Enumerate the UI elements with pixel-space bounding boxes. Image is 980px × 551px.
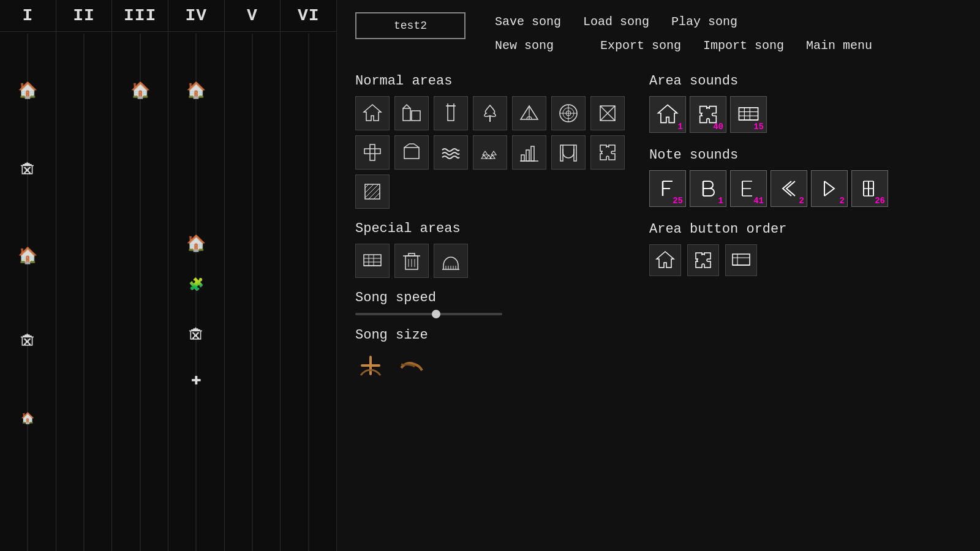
area-icon-pagoda[interactable]: [473, 135, 507, 170]
track-column-1: I 🏠 🏚 🏠 🏚 🏠: [0, 0, 56, 551]
note-sound-1[interactable]: 25: [649, 170, 686, 207]
menu-buttons: Save song Load song Play song New song E…: [490, 12, 877, 55]
track-item[interactable]: 🏚: [188, 326, 204, 345]
track-item[interactable]: 🧩: [189, 277, 204, 292]
area-sound-badge-2: 40: [713, 122, 723, 131]
track-item[interactable]: 🏠: [186, 81, 206, 100]
area-sounds-row: 1 40 15: [649, 96, 962, 133]
note-sound-4[interactable]: 2: [771, 170, 807, 207]
special-areas-title: Special areas: [355, 221, 625, 236]
note-sound-badge-2: 1: [718, 197, 723, 205]
area-icon-house[interactable]: [355, 96, 390, 130]
svg-rect-20: [531, 146, 534, 161]
track-column-5: V: [225, 0, 281, 551]
track-item[interactable]: 🏠: [21, 411, 34, 425]
area-icon-frame[interactable]: [394, 135, 429, 170]
main-menu-button[interactable]: Main menu: [801, 36, 877, 55]
area-sound-3[interactable]: 15: [730, 96, 767, 133]
area-sounds-section: Area sounds 1 40 15: [649, 73, 962, 133]
area-icon-x-box[interactable]: [590, 96, 625, 130]
area-icon-waves[interactable]: [434, 135, 468, 170]
speed-slider-thumb[interactable]: [432, 310, 440, 318]
song-size-section: Song size: [355, 328, 625, 381]
track-label-5: V: [225, 0, 281, 32]
track-item[interactable]: 🏠: [130, 81, 150, 100]
order-icon-2[interactable]: [687, 244, 719, 276]
buttons-row-2: New song Export song Import song Main me…: [490, 36, 877, 55]
note-sounds-title: Note sounds: [649, 148, 962, 163]
track-column-2: II: [56, 0, 113, 551]
note-sound-2[interactable]: 1: [690, 170, 726, 207]
area-icon-radar[interactable]: [551, 96, 586, 130]
buttons-row-1: Save song Load song Play song: [490, 12, 877, 31]
area-sound-1[interactable]: 1: [649, 96, 686, 133]
note-sound-3[interactable]: 41: [730, 170, 767, 207]
note-sound-5[interactable]: 2: [811, 170, 848, 207]
svg-rect-2: [448, 106, 454, 121]
special-icon-dome[interactable]: [434, 244, 468, 278]
svg-rect-18: [521, 155, 524, 161]
size-increase-button[interactable]: [355, 350, 386, 381]
track-content-4: 🏠 🏠 🧩 🏚 ✚: [168, 32, 224, 551]
size-decrease-button[interactable]: [396, 350, 426, 381]
export-song-button[interactable]: Export song: [595, 36, 686, 55]
area-icon-arch[interactable]: [551, 135, 586, 170]
new-song-button[interactable]: New song: [490, 36, 559, 55]
svg-line-27: [365, 184, 374, 193]
track-label-3: III: [112, 0, 168, 32]
svg-rect-1: [412, 111, 420, 121]
right-content: Area sounds 1 40 15: [649, 73, 962, 393]
svg-rect-25: [365, 184, 380, 199]
track-content-1: 🏠 🏚 🏠 🏚 🏠: [0, 32, 56, 551]
note-sound-6[interactable]: 26: [851, 170, 888, 207]
svg-rect-13: [364, 149, 380, 154]
area-sound-2[interactable]: 40: [690, 96, 726, 133]
note-sound-badge-1: 25: [673, 197, 683, 205]
area-button-order-title: Area button order: [649, 222, 962, 237]
svg-rect-14: [404, 148, 419, 159]
area-icon-tree[interactable]: [473, 96, 507, 130]
import-song-button[interactable]: Import song: [698, 36, 789, 55]
track-content-2: [56, 32, 112, 551]
special-icon-cart[interactable]: [355, 244, 390, 278]
save-song-button[interactable]: Save song: [490, 12, 566, 31]
area-icon-cross[interactable]: [355, 135, 390, 170]
play-song-button[interactable]: Play song: [666, 12, 742, 31]
order-icon-3[interactable]: [725, 244, 757, 276]
track-item[interactable]: 🏠: [18, 246, 37, 266]
track-column-4: IV 🏠 🏠 🧩 🏚 ✚: [168, 0, 225, 551]
note-sound-badge-6: 26: [875, 197, 885, 205]
area-icon-tower[interactable]: [434, 96, 468, 130]
track-item[interactable]: 🏠: [18, 81, 37, 100]
load-song-button[interactable]: Load song: [578, 12, 654, 31]
area-icon-buildings[interactable]: [394, 96, 429, 130]
track-item[interactable]: ✚: [191, 369, 202, 389]
area-button-order-section: Area button order: [649, 222, 962, 276]
track-column-6: VI: [281, 0, 337, 551]
svg-rect-19: [526, 150, 529, 161]
speed-slider-track: [355, 313, 502, 315]
svg-rect-0: [403, 108, 410, 121]
track-content-6: [281, 32, 336, 551]
left-panel: I 🏠 🏚 🏠 🏚 🏠 II III 🏠 IV 🏠 🏠 🧩 🏚 ✚: [0, 0, 337, 551]
special-icon-trash[interactable]: [394, 244, 429, 278]
track-item[interactable]: 🏠: [186, 234, 206, 253]
normal-areas-section: Normal areas: [355, 73, 625, 209]
area-icon-chart[interactable]: [512, 135, 546, 170]
track-item[interactable]: 🏚: [20, 160, 36, 180]
area-icon-hatched[interactable]: [355, 174, 390, 209]
svg-line-29: [369, 188, 380, 199]
normal-areas-grid: [355, 96, 625, 209]
area-sound-badge-1: 1: [678, 122, 683, 131]
order-icon-1[interactable]: [649, 244, 681, 276]
song-name-input[interactable]: test2: [355, 12, 466, 39]
note-sounds-section: Note sounds 25 1 41: [649, 148, 962, 207]
track-item[interactable]: 🏚: [20, 332, 36, 351]
note-sound-badge-5: 2: [840, 197, 845, 205]
song-speed-title: Song speed: [355, 290, 625, 305]
area-icon-tent[interactable]: [512, 96, 546, 130]
normal-areas-title: Normal areas: [355, 73, 625, 89]
area-icon-puzzle[interactable]: [590, 135, 625, 170]
svg-rect-72: [733, 254, 750, 265]
area-button-order-row: [649, 244, 962, 276]
